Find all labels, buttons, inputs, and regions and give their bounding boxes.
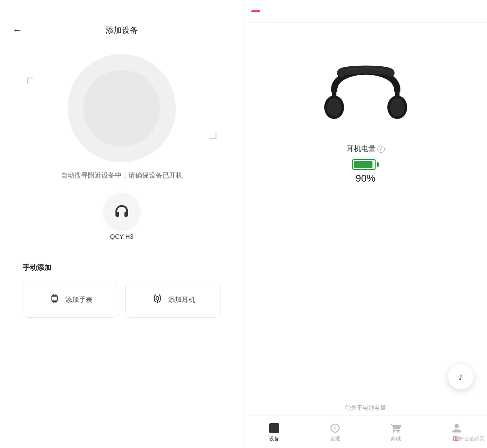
about-battery-link[interactable]: ①关于电池电量 [244, 404, 487, 412]
manual-add-title: 手动添加 [23, 263, 221, 273]
nav-item-device[interactable]: 设备 [244, 422, 305, 442]
search-status-text: 自动搜寻附近设备中，请确保设备已开机 [0, 171, 244, 180]
battery-fill [354, 161, 372, 168]
search-animation-area [0, 45, 244, 171]
svg-point-13 [390, 98, 404, 116]
battery-tip [377, 162, 379, 167]
battery-display: 90% [352, 159, 379, 184]
device-nav-icon [268, 422, 280, 434]
page-title: 添加设备 [106, 25, 138, 36]
watermark-icon: 值 [453, 435, 458, 443]
manual-add-buttons: 添加手表 添加耳机 [23, 282, 221, 318]
nav-item-shop[interactable]: 商城 [366, 422, 427, 442]
found-device-name: QCY H3 [110, 233, 133, 240]
discover-nav-label: 发现 [330, 435, 340, 442]
add-watch-label: 添加手表 [65, 296, 92, 304]
headphone-image-area [244, 23, 487, 144]
shop-nav-icon [390, 422, 402, 434]
svg-point-9 [157, 302, 158, 303]
shop-nav-label: 商城 [391, 435, 401, 442]
battery-body [352, 159, 376, 170]
left-header: ← 添加设备 [0, 0, 244, 45]
device-icon-circle[interactable] [104, 193, 140, 229]
earphone-icon [151, 292, 164, 307]
corner-bracket-tl [27, 78, 33, 84]
right-top-bar [244, 0, 487, 23]
battery-info-icon[interactable]: i [377, 146, 385, 153]
music-note-icon: ♪ [459, 371, 464, 383]
add-watch-button[interactable]: 添加手表 [23, 282, 118, 318]
corner-bracket-br [210, 133, 216, 139]
svg-rect-7 [156, 297, 159, 300]
svg-point-11 [327, 98, 341, 116]
right-panel: 耳机电量 i 90% ♪ ①关于电池电量 设备 [244, 0, 487, 448]
profile-nav-icon [451, 422, 463, 434]
red-indicator [251, 10, 260, 12]
svg-rect-0 [52, 295, 57, 302]
watch-icon [48, 292, 61, 307]
device-nav-label: 设备 [269, 435, 279, 442]
radar-outer-circle [68, 54, 176, 162]
divider [23, 254, 221, 254]
music-fab-button[interactable]: ♪ [448, 364, 473, 389]
headphone-icon-left [112, 201, 132, 221]
headphone-product-image [316, 41, 415, 131]
back-button[interactable]: ← [9, 23, 26, 38]
radar-inner-circle [83, 70, 160, 146]
battery-percent-value: 90% [355, 173, 375, 184]
add-earphone-label: 添加耳机 [168, 296, 195, 304]
bottom-navigation: 设备 发现 商城 我的 [244, 416, 487, 448]
battery-section: 耳机电量 i 90% [244, 144, 487, 193]
battery-bar [352, 159, 379, 170]
nav-item-discover[interactable]: 发现 [305, 422, 366, 442]
watermark: 值 什么值得买 [453, 435, 484, 443]
manual-add-section: 手动添加 添加手表 [0, 263, 244, 318]
device-found-area[interactable]: QCY H3 [0, 193, 244, 240]
watermark-text: 什么值得买 [459, 435, 484, 442]
discover-nav-icon [329, 422, 341, 434]
left-panel: ← 添加设备 自动搜寻附近设备中，请确保设备已开机 QCY H3 手动添加 [0, 0, 244, 448]
add-earphone-button[interactable]: 添加耳机 [125, 282, 221, 318]
battery-label: 耳机电量 i [347, 144, 385, 154]
